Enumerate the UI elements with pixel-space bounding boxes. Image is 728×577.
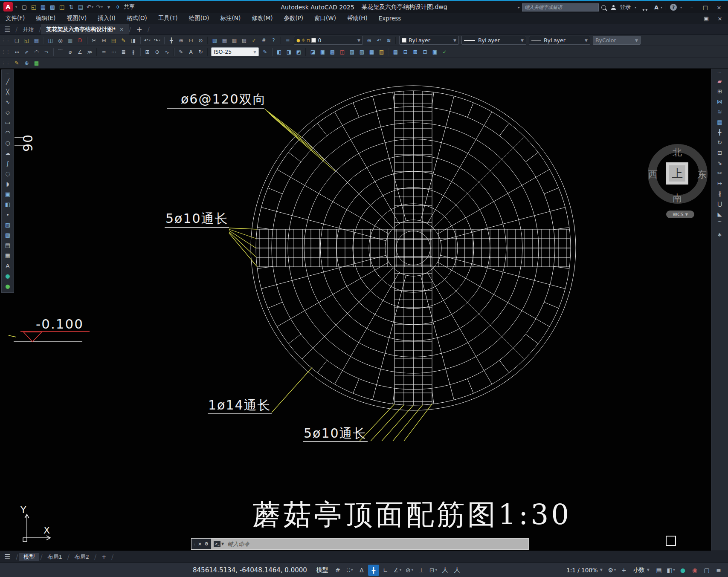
viewcube-north-label[interactable]: 北 bbox=[672, 146, 683, 159]
solid-color-faces-button[interactable]: ▥ bbox=[377, 48, 386, 56]
hardware-acceleration-toggle[interactable]: ◉ bbox=[689, 565, 700, 576]
solid-union-button[interactable]: ◧ bbox=[275, 48, 284, 56]
dimstyle-combo-dropdown-icon[interactable]: ▼ bbox=[251, 50, 256, 54]
line-button[interactable]: ╱ bbox=[3, 76, 13, 87]
scale-button[interactable]: ⊡ bbox=[715, 147, 725, 158]
join-button[interactable]: ⋃ bbox=[715, 199, 725, 209]
layout-tab-1[interactable]: 布局1 bbox=[43, 552, 66, 562]
workspace-switching-toggle[interactable]: ⚙▾ bbox=[606, 565, 618, 576]
sign-in-button[interactable]: 登录 bbox=[620, 3, 631, 11]
tool-extra-2-button[interactable]: ● bbox=[3, 281, 13, 291]
array-button[interactable]: ▦ bbox=[715, 117, 725, 127]
bars-bottom-annotation[interactable]: 5ø10通长 bbox=[304, 426, 367, 441]
solid-copy-edges-button[interactable]: ▤ bbox=[391, 48, 400, 56]
viewcube-south-label[interactable]: 南 bbox=[672, 192, 683, 205]
quick-calc-button[interactable]: # bbox=[259, 36, 268, 45]
dim-jogged-button[interactable]: ∿ bbox=[162, 48, 171, 56]
qnew-button[interactable]: ▢ bbox=[12, 36, 21, 45]
menu-item-help[interactable]: 帮助(H) bbox=[342, 13, 373, 24]
ortho-mode-toggle[interactable]: ∟ bbox=[380, 565, 391, 576]
share-label[interactable]: 共享 bbox=[124, 3, 135, 11]
trim-button[interactable]: ✂ bbox=[715, 168, 725, 178]
search-collapse-icon[interactable]: ▸ bbox=[518, 5, 520, 9]
paste-clip-button[interactable]: ▤ bbox=[109, 36, 118, 45]
dim-radius-button[interactable]: ⌒ bbox=[56, 48, 65, 56]
polygon-button[interactable]: ◇ bbox=[3, 107, 13, 117]
circle-button[interactable]: ○ bbox=[3, 138, 13, 148]
chamfer-button[interactable]: ◣ bbox=[715, 209, 725, 219]
insert-block-button[interactable]: ▣ bbox=[3, 189, 13, 199]
undo-toolbar-dropdown-icon[interactable]: ▾ bbox=[149, 38, 151, 42]
menu-item-draw[interactable]: 绘图(D) bbox=[183, 13, 215, 24]
save-reference-edits-button[interactable]: ▦ bbox=[32, 59, 41, 67]
gradient-button[interactable]: ▩ bbox=[3, 230, 13, 240]
close-button[interactable]: × bbox=[713, 2, 725, 12]
units-toggle[interactable]: 小数▼ bbox=[630, 565, 653, 576]
dimension-90-text[interactable]: 90 bbox=[20, 134, 35, 152]
undo-dropdown-icon[interactable]: ▾ bbox=[92, 5, 93, 9]
solid-rotate-faces-button[interactable]: ▨ bbox=[348, 48, 357, 56]
solid-shell-button[interactable]: ▣ bbox=[430, 48, 439, 56]
copy-button[interactable]: ⊞ bbox=[715, 86, 725, 96]
dim-update-button[interactable]: ↻ bbox=[196, 48, 205, 56]
autocad-logo-icon[interactable]: A bbox=[3, 2, 13, 12]
stretch-button[interactable]: ⇘ bbox=[715, 158, 725, 168]
color-combo[interactable]: ByLayer ▼ bbox=[399, 36, 459, 45]
toolbar-grip[interactable]: ⋯ bbox=[6, 71, 10, 75]
viewcube[interactable]: 北 西 东 南 上 bbox=[646, 142, 714, 221]
hatch-button[interactable]: ▨ bbox=[3, 219, 13, 230]
explode-button[interactable]: ∗ bbox=[715, 229, 725, 239]
solid-extrude-faces-button[interactable]: ◪ bbox=[308, 48, 317, 56]
publish-button[interactable]: ▥ bbox=[66, 36, 75, 45]
sheet-set-manager-button[interactable]: ▨ bbox=[240, 36, 249, 45]
command-settings-wrench-icon[interactable]: ⚙ bbox=[204, 541, 209, 547]
polar-tracking-dropdown-icon[interactable]: ▾ bbox=[400, 568, 401, 572]
lock-ui-dropdown-icon[interactable]: ▾ bbox=[673, 568, 675, 572]
qsave-button[interactable]: ▦ bbox=[32, 36, 41, 45]
doc-minimize-button[interactable]: – bbox=[686, 14, 699, 23]
tab-start[interactable]: 开始 bbox=[17, 24, 39, 35]
export-dwf-button[interactable]: D bbox=[75, 36, 84, 45]
menu-item-view[interactable]: 视图(V) bbox=[61, 13, 92, 24]
menu-item-format[interactable]: 格式(O) bbox=[121, 13, 153, 24]
wcs-dropdown-icon[interactable]: ▼ bbox=[685, 213, 688, 216]
app-store-cart-icon[interactable] bbox=[642, 6, 648, 9]
redo-dropdown-icon[interactable]: ▾ bbox=[101, 5, 103, 9]
region-button[interactable]: ▤ bbox=[3, 240, 13, 250]
linetype-combo[interactable]: ByLayer ▼ bbox=[529, 36, 590, 45]
customization-toggle[interactable]: ≡ bbox=[713, 565, 724, 576]
save-drawing-button[interactable]: ▦ bbox=[38, 3, 48, 11]
open-drawing-button[interactable]: ◱ bbox=[29, 3, 38, 11]
erase-button[interactable]: ▰ bbox=[715, 76, 725, 86]
point-button[interactable]: ∙ bbox=[3, 209, 13, 219]
isolate-objects-toggle[interactable]: ● bbox=[677, 565, 688, 576]
annotation-scale-dropdown-icon[interactable]: ▼ bbox=[600, 568, 603, 572]
table-button[interactable]: ▦ bbox=[3, 250, 13, 260]
break-button[interactable]: ∦ bbox=[715, 188, 725, 199]
customize-qat-button[interactable]: ▾ bbox=[104, 3, 113, 11]
annotation-monitor-toggle[interactable]: + bbox=[618, 565, 629, 576]
annotation-scale-toggle[interactable]: 1:1 / 100%▼ bbox=[563, 565, 606, 576]
new-layout-button[interactable]: + bbox=[97, 552, 110, 562]
lineweight-combo-dropdown-icon[interactable]: ▼ bbox=[518, 38, 524, 43]
pan-realtime-button[interactable]: ╋ bbox=[167, 36, 176, 45]
lock-ui-toggle[interactable]: ◧▾ bbox=[665, 565, 676, 576]
grid-display-toggle[interactable]: # bbox=[332, 565, 343, 576]
clean-screen-toggle[interactable]: ▢ bbox=[701, 565, 712, 576]
tab-current-drawing[interactable]: 某花架及六角亭结构设计图* × bbox=[41, 24, 129, 35]
solid-clean-button[interactable]: ⊠ bbox=[411, 48, 420, 56]
properties-palette-button[interactable]: ▧ bbox=[210, 36, 219, 45]
app-dropdown-icon[interactable]: ▾ bbox=[661, 6, 662, 9]
spline-button[interactable]: ∫ bbox=[3, 158, 13, 168]
help-dropdown-icon[interactable]: ▾ bbox=[680, 6, 682, 9]
doc-close-button[interactable]: × bbox=[713, 14, 726, 23]
dim-baseline-button[interactable]: ≡ bbox=[99, 48, 108, 56]
dynamic-input-toggle[interactable]: ╋ bbox=[368, 565, 379, 576]
rotate-button[interactable]: ↻ bbox=[715, 137, 725, 147]
markup-import-button[interactable]: ✓ bbox=[249, 36, 258, 45]
fillet-button[interactable]: ⌒ bbox=[715, 219, 725, 229]
designcenter-button[interactable]: ▦ bbox=[220, 36, 229, 45]
units-dropdown-icon[interactable]: ▼ bbox=[647, 568, 650, 572]
zoom-realtime-button[interactable]: ⊕ bbox=[177, 36, 186, 45]
drawing-title-text[interactable]: 蘑菇亭顶面配筋图1:30 bbox=[252, 498, 571, 531]
